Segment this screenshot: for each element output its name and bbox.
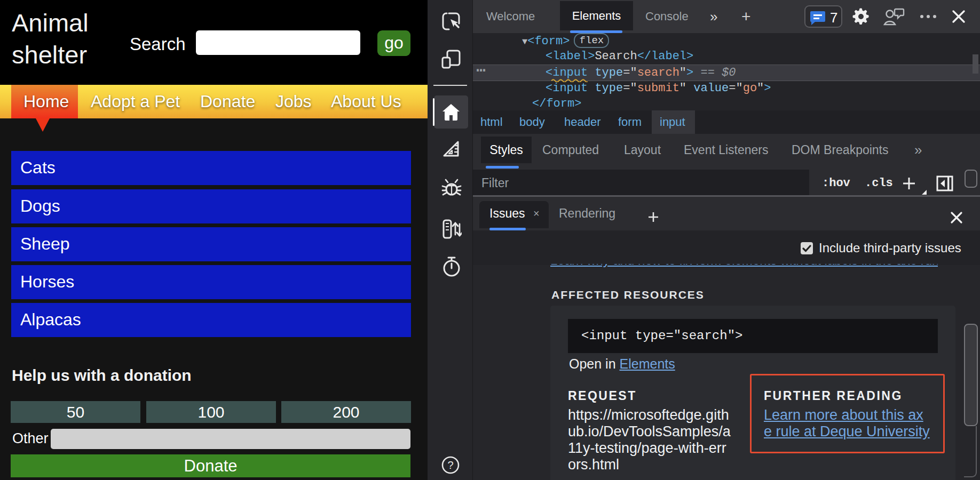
svg-text:?: ?: [447, 459, 453, 471]
